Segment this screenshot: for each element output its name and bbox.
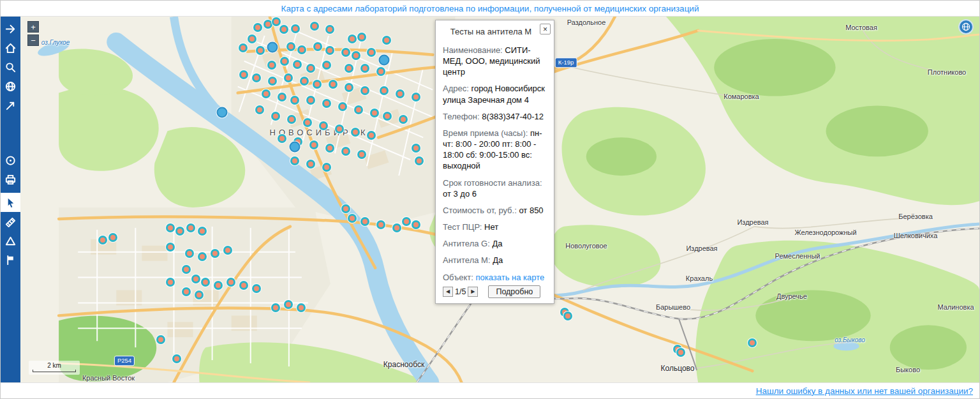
lab-marker[interactable]	[297, 303, 306, 312]
flag-tool-button[interactable]	[1, 250, 20, 269]
lab-marker[interactable]	[108, 233, 117, 242]
lab-marker[interactable]	[341, 204, 350, 213]
report-error-link[interactable]: Нашли ошибку в данных или нет вашей орга…	[756, 386, 973, 396]
lab-marker[interactable]	[383, 112, 392, 121]
lab-marker[interactable]	[376, 220, 385, 229]
lab-marker[interactable]	[348, 34, 357, 43]
lab-marker[interactable]	[267, 61, 276, 70]
lab-marker[interactable]	[367, 131, 376, 140]
lab-marker[interactable]	[348, 214, 357, 223]
lab-marker[interactable]	[313, 42, 322, 51]
lab-marker[interactable]	[290, 96, 299, 105]
lab-marker[interactable]	[306, 64, 315, 73]
lab-marker[interactable]	[156, 335, 165, 344]
lab-marker[interactable]	[319, 121, 328, 130]
lab-marker[interactable]	[345, 83, 353, 92]
marker-cluster[interactable]	[379, 55, 390, 66]
lab-marker[interactable]	[286, 42, 295, 51]
locate-tool-button[interactable]	[1, 151, 20, 170]
pager-prev-button[interactable]: ◀	[443, 287, 453, 297]
lab-marker[interactable]	[345, 64, 353, 73]
lab-marker[interactable]	[253, 23, 262, 32]
lab-marker[interactable]	[175, 227, 184, 236]
lab-marker[interactable]	[351, 128, 360, 137]
lab-marker[interactable]	[214, 281, 223, 290]
lab-marker[interactable]	[291, 24, 300, 33]
lab-marker[interactable]	[357, 150, 366, 159]
lab-marker[interactable]	[297, 45, 306, 54]
lab-marker[interactable]	[399, 115, 408, 124]
lab-marker[interactable]	[354, 105, 363, 114]
lab-marker[interactable]	[300, 77, 309, 86]
lab-marker[interactable]	[325, 144, 334, 153]
lab-marker[interactable]	[278, 93, 286, 102]
lab-marker[interactable]	[402, 217, 411, 226]
lab-marker[interactable]	[239, 43, 248, 52]
lab-marker[interactable]	[412, 144, 420, 153]
measure-distance-button[interactable]	[1, 212, 20, 231]
lab-marker[interactable]	[182, 287, 191, 296]
lab-marker[interactable]	[290, 156, 299, 165]
lab-marker[interactable]	[280, 57, 289, 66]
lab-marker[interactable]	[412, 220, 420, 229]
lab-marker[interactable]	[325, 25, 334, 34]
lab-marker[interactable]	[306, 96, 315, 105]
pager-next-button[interactable]: ▶	[468, 287, 478, 297]
zoom-out-button[interactable]: −	[27, 34, 39, 46]
lab-marker[interactable]	[185, 249, 194, 258]
lab-marker[interactable]	[198, 227, 207, 236]
marker-cluster[interactable]	[267, 42, 278, 53]
lab-marker[interactable]	[352, 51, 360, 60]
show-on-map-link[interactable]: показать на карте	[476, 273, 545, 282]
lab-marker[interactable]	[252, 284, 261, 293]
lab-marker[interactable]	[676, 348, 685, 357]
lab-marker[interactable]	[284, 300, 293, 309]
home-tool-button[interactable]	[1, 38, 20, 57]
lab-marker[interactable]	[412, 93, 420, 102]
details-button[interactable]: Подробно	[488, 285, 540, 298]
lab-marker[interactable]	[264, 20, 272, 29]
lab-marker[interactable]	[278, 134, 286, 143]
lab-marker[interactable]	[293, 60, 302, 69]
zoom-in-button[interactable]: +	[27, 21, 39, 33]
lab-marker[interactable]	[325, 46, 334, 55]
lab-marker[interactable]	[268, 77, 277, 86]
lab-marker[interactable]	[166, 243, 175, 252]
lab-marker[interactable]	[186, 223, 195, 232]
lab-marker[interactable]	[287, 115, 296, 124]
lab-marker[interactable]	[306, 160, 315, 169]
marker-cluster[interactable]	[290, 142, 301, 153]
lab-marker[interactable]	[335, 124, 344, 133]
lab-marker[interactable]	[341, 48, 350, 57]
lab-marker[interactable]	[166, 278, 175, 287]
lab-marker[interactable]	[313, 80, 322, 89]
lab-marker[interactable]	[191, 275, 200, 283]
lab-marker[interactable]	[376, 67, 385, 76]
lab-marker[interactable]	[98, 236, 107, 245]
lab-marker[interactable]	[563, 312, 572, 320]
lab-marker[interactable]	[303, 118, 312, 127]
lab-marker[interactable]	[360, 64, 369, 73]
lab-marker[interactable]	[201, 278, 210, 287]
lab-marker[interactable]	[322, 163, 331, 172]
lab-marker[interactable]	[380, 86, 389, 95]
overview-globe-button[interactable]	[958, 19, 974, 34]
lab-marker[interactable]	[252, 73, 261, 82]
lab-marker[interactable]	[182, 265, 191, 274]
lab-marker[interactable]	[279, 25, 288, 34]
lab-marker[interactable]	[322, 99, 331, 108]
lab-marker[interactable]	[239, 281, 248, 290]
lab-marker[interactable]	[172, 354, 181, 363]
identify-tool-button[interactable]	[1, 193, 20, 212]
lab-marker[interactable]	[255, 105, 264, 114]
lab-marker[interactable]	[272, 17, 281, 26]
lab-marker[interactable]	[256, 46, 265, 55]
marker-cluster[interactable]	[217, 107, 228, 118]
print-tool-button[interactable]	[1, 170, 20, 189]
lab-marker[interactable]	[392, 223, 401, 232]
lab-marker[interactable]	[415, 156, 424, 165]
lab-marker[interactable]	[360, 217, 369, 226]
lab-marker[interactable]	[284, 73, 293, 82]
lab-marker[interactable]	[195, 290, 204, 299]
lab-marker[interactable]	[271, 112, 280, 121]
